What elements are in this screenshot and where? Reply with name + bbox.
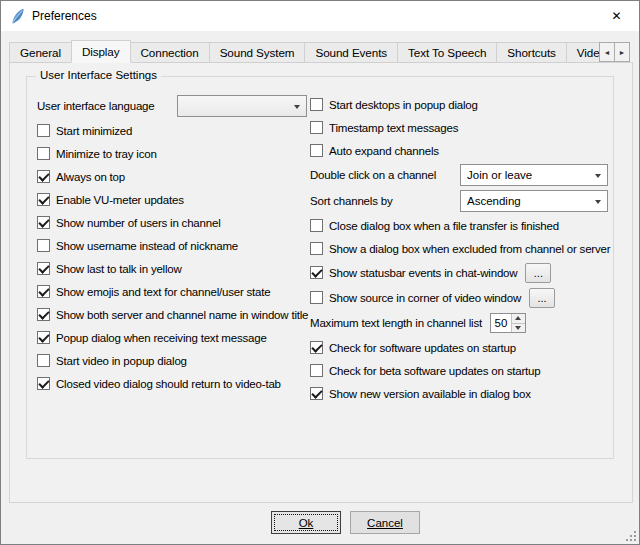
checkbox-box [37, 285, 50, 298]
checkbox-box [37, 170, 50, 183]
checkbox-check-updates[interactable]: Check for software updates on startup [310, 336, 608, 359]
checkbox-box [310, 242, 323, 255]
tab-bar: General Display Connection Sound System … [9, 40, 601, 63]
checkbox-statusbar-events[interactable]: Show statusbar events in chat-window [310, 266, 517, 279]
resize-grip[interactable] [624, 529, 637, 542]
left-column: User interface language Start minimized … [37, 93, 307, 395]
sort-channels-value: Ascending [467, 195, 521, 207]
right-column: Start desktops in popup dialog Timestamp… [310, 93, 608, 405]
ok-button-label: Ok [299, 517, 314, 529]
tab-video[interactable]: Video [566, 42, 601, 63]
checkbox-box [310, 98, 323, 111]
checkbox-label: Close dialog box when a file transfer is… [329, 220, 559, 232]
checkbox-box [37, 331, 50, 344]
tab-scroll-left-button[interactable]: ◄ [599, 42, 615, 62]
checkbox-vu-meter-updates[interactable]: Enable VU-meter updates [37, 188, 307, 211]
statusbar-events-more-button[interactable]: ... [525, 263, 551, 283]
tab-scroll-control: ◄ ► [599, 42, 630, 62]
spin-down-button[interactable] [512, 323, 525, 333]
checkbox-box [37, 216, 50, 229]
sort-channels-label: Sort channels by [310, 195, 392, 207]
checkbox-desktops-popup[interactable]: Start desktops in popup dialog [310, 93, 608, 116]
checkbox-label: Auto expand channels [329, 145, 439, 157]
checkbox-box [310, 219, 323, 232]
preferences-dialog: Preferences ✕ General Display Connection… [0, 0, 640, 545]
checkbox-excluded-dialog[interactable]: Show a dialog box when excluded from cha… [310, 237, 608, 260]
checkbox-label: Check for beta software updates on start… [329, 365, 541, 377]
checkbox-minimize-to-tray[interactable]: Minimize to tray icon [37, 142, 307, 165]
checkbox-video-popup[interactable]: Start video in popup dialog [37, 349, 307, 372]
checkbox-auto-expand-channels[interactable]: Auto expand channels [310, 139, 608, 162]
ok-button[interactable]: Ok [271, 511, 341, 534]
checkbox-box [310, 364, 323, 377]
spin-up-button[interactable] [512, 314, 525, 323]
user-interface-settings-group: User Interface Settings User interface l… [26, 76, 614, 459]
checkbox-label: Enable VU-meter updates [56, 194, 184, 206]
language-label: User interface language [37, 100, 155, 112]
app-icon [9, 8, 26, 25]
cancel-button-label: Cancel [367, 517, 403, 529]
checkbox-last-talk-yellow[interactable]: Show last to talk in yellow [37, 257, 307, 280]
checkbox-box [310, 387, 323, 400]
checkbox-show-username[interactable]: Show username instead of nickname [37, 234, 307, 257]
checkbox-check-beta-updates[interactable]: Check for beta software updates on start… [310, 359, 608, 382]
display-tab-pane: User Interface Settings User interface l… [9, 62, 633, 503]
checkbox-show-user-count[interactable]: Show number of users in channel [37, 211, 307, 234]
checkbox-label: Closed video dialog should return to vid… [56, 378, 281, 390]
video-source-more-button[interactable]: ... [529, 288, 555, 308]
checkbox-timestamp-messages[interactable]: Timestamp text messages [310, 116, 608, 139]
tab-connection[interactable]: Connection [130, 42, 210, 63]
language-row: User interface language [37, 93, 307, 119]
chevron-down-icon [294, 105, 300, 109]
close-button[interactable]: ✕ [594, 1, 639, 31]
tab-shortcuts[interactable]: Shortcuts [496, 42, 566, 63]
cancel-button[interactable]: Cancel [350, 511, 420, 534]
checkbox-box [310, 341, 323, 354]
checkbox-video-return-tab[interactable]: Closed video dialog should return to vid… [37, 372, 307, 395]
max-text-length-label: Maximum text length in channel list [310, 317, 482, 329]
double-click-value: Join or leave [467, 169, 532, 181]
checkbox-always-on-top[interactable]: Always on top [37, 165, 307, 188]
checkbox-label: Timestamp text messages [329, 122, 458, 134]
spinner-buttons [511, 314, 525, 332]
tab-text-to-speech[interactable]: Text To Speech [397, 42, 497, 63]
checkbox-label: Popup dialog when receiving text message [56, 332, 267, 344]
checkbox-box [310, 144, 323, 157]
chevron-down-icon [595, 200, 601, 204]
tab-display[interactable]: Display [71, 40, 131, 63]
max-text-length-spinner[interactable]: 50 [490, 313, 526, 333]
language-combobox[interactable] [177, 95, 307, 117]
triangle-up-icon [515, 316, 521, 320]
checkbox-label: Show last to talk in yellow [56, 263, 182, 275]
checkbox-close-filetransfer-dialog[interactable]: Close dialog box when a file transfer is… [310, 214, 608, 237]
checkbox-emoji-text-state[interactable]: Show emojis and text for channel/user st… [37, 280, 307, 303]
checkbox-box [37, 262, 50, 275]
checkbox-box [37, 193, 50, 206]
tab-sound-system[interactable]: Sound System [209, 42, 306, 63]
checkbox-start-minimized[interactable]: Start minimized [37, 119, 307, 142]
double-click-row: Double click on a channel Join or leave [310, 162, 608, 188]
tab-general[interactable]: General [9, 42, 72, 63]
sort-channels-row: Sort channels by Ascending [310, 188, 608, 214]
checkbox-box [310, 291, 323, 304]
tab-scroll-right-button[interactable]: ► [614, 42, 630, 62]
checkbox-popup-text-message[interactable]: Popup dialog when receiving text message [37, 326, 307, 349]
checkbox-server-channel-in-title[interactable]: Show both server and channel name in win… [37, 303, 307, 326]
checkbox-box [310, 121, 323, 134]
group-title: User Interface Settings [36, 69, 161, 81]
checkbox-label: Show a dialog box when excluded from cha… [329, 243, 610, 255]
checkbox-video-source-corner[interactable]: Show source in corner of video window [310, 291, 521, 304]
checkbox-label: Show emojis and text for channel/user st… [56, 286, 271, 298]
sort-channels-combobox[interactable]: Ascending [460, 190, 608, 212]
tab-sound-events[interactable]: Sound Events [304, 42, 398, 63]
title-bar[interactable]: Preferences ✕ [1, 1, 639, 31]
checkbox-label: Start minimized [56, 125, 132, 137]
max-text-length-value: 50 [491, 314, 511, 332]
checkbox-label: Show username instead of nickname [56, 240, 238, 252]
checkbox-box [310, 266, 323, 279]
checkbox-label: Start desktops in popup dialog [329, 99, 478, 111]
double-click-combobox[interactable]: Join or leave [460, 164, 608, 186]
checkbox-label: Show new version available in dialog box [329, 388, 531, 400]
checkbox-new-version-dialog[interactable]: Show new version available in dialog box [310, 382, 608, 405]
double-click-label: Double click on a channel [310, 169, 436, 181]
